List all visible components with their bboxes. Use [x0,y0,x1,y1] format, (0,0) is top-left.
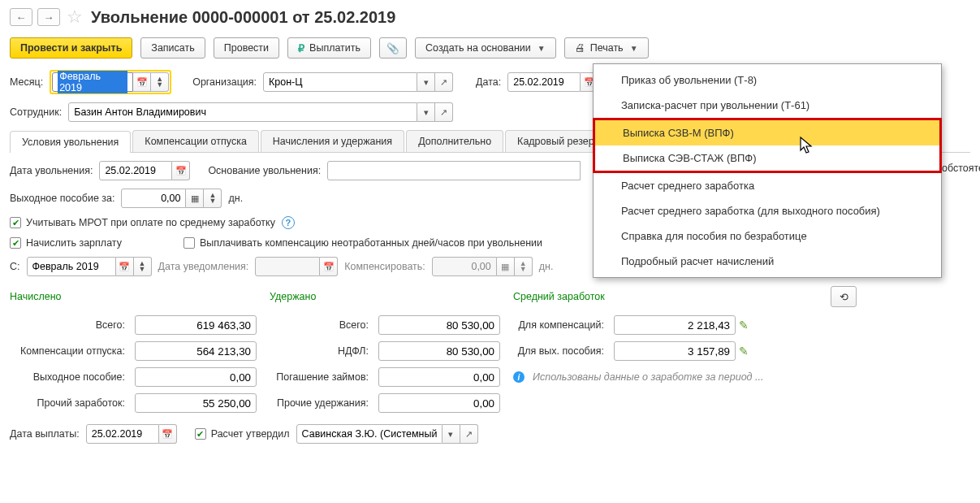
create-based-on-button[interactable]: Создать на основании ▼ [415,37,556,59]
calc-icon[interactable]: ▦ [186,189,204,208]
chevron-down-icon: ▼ [630,44,638,53]
from-spinner[interactable]: ▲▼ [134,257,152,276]
calendar-icon[interactable]: 📅 [159,424,177,444]
avg-comp[interactable] [614,315,736,335]
employee-input[interactable] [68,102,417,122]
approver-input[interactable] [296,424,443,444]
checkbox-checked-icon: ✔ [10,217,21,228]
date-label: Дата: [476,76,501,88]
fire-date-label: Дата увольнения: [10,165,93,176]
withheld-ndfl-label: НДФЛ: [270,345,375,357]
run-and-close-button[interactable]: Провести и закрыть [10,37,132,59]
pay-button[interactable]: ₽ Выплатить [287,37,371,59]
tab-additional[interactable]: Дополнительно [406,130,503,152]
print-item-avg-calc[interactable]: Расчет среднего заработка [594,173,941,198]
avg-sev[interactable] [614,341,736,361]
tab-vacation-comp[interactable]: Компенсации отпуска [132,130,258,152]
approved-checkbox[interactable]: ✔ Расчет утвердил [195,428,290,440]
paperclip-icon: 📎 [386,42,399,54]
accrued-sev[interactable] [135,367,257,387]
accrued-title: Начислено [10,291,62,302]
money-icon: ₽ [298,42,304,54]
accrued-oth[interactable] [135,393,257,413]
cut-off-text: обстоятел [942,163,980,174]
accrued-total[interactable] [135,315,257,335]
print-item-t61[interactable]: Записка-расчет при увольнении (Т-61) [594,93,941,118]
withheld-oth-label: Прочие удержания: [270,397,375,409]
run-button[interactable]: Провести [214,37,279,59]
pay-compensation-checkbox[interactable]: Выплачивать компенсацию неотработанных д… [183,237,542,249]
accrue-salary-checkbox[interactable]: ✔ Начислить зарплату [10,237,122,249]
forward-button[interactable]: → [37,8,60,26]
compensate-input [432,257,497,276]
pencil-icon[interactable]: ✎ [739,319,749,332]
help-icon[interactable]: ? [282,216,295,229]
severance-days-input[interactable] [121,189,186,208]
accrued-vac-label: Компенсации отпуска: [10,345,132,357]
compensate-spinner: ▲▼ [515,257,533,276]
month-field-highlight: Февраль 2019 📅 ▲▼ [50,70,171,94]
basis-input[interactable] [327,161,581,180]
checkbox-checked-icon: ✔ [195,428,206,440]
calendar-icon: 📅 [320,257,338,276]
calendar-icon[interactable]: 📅 [133,72,151,92]
paydate-input[interactable] [86,424,159,444]
org-input[interactable] [263,72,417,92]
print-item-t8[interactable]: Приказ об увольнении (Т-8) [594,67,941,93]
favorite-star-icon[interactable]: ☆ [67,7,83,28]
from-label: С: [10,261,20,272]
page-title: Увольнение 0000-000001 от 25.02.2019 [91,8,395,27]
paydate-label: Дата выплаты: [10,428,80,440]
compensate-label: Компенсировать: [344,261,425,272]
withheld-oth[interactable] [378,393,500,413]
open-ref-icon[interactable]: ↗ [460,424,478,444]
withheld-ndfl[interactable] [378,341,500,361]
back-button[interactable]: ← [10,8,32,26]
approved-label: Расчет утвердил [211,428,290,440]
accrued-vac[interactable] [135,341,257,361]
refresh-icon: ⟲ [840,291,848,303]
severance-spinner[interactable]: ▲▼ [204,189,222,208]
avg-info-text: Использованы данные о заработке за перио… [533,371,763,383]
withheld-loan[interactable] [378,367,500,387]
month-input[interactable]: Февраль 2019 [52,72,133,92]
create-based-label: Создать на основании [425,42,531,54]
print-button[interactable]: 🖨 Печать ▼ [564,37,649,59]
print-item-avg-calc-sev[interactable]: Расчет среднего заработка (для выходного… [594,198,941,223]
org-label: Организация: [192,76,257,88]
write-button[interactable]: Записать [140,37,205,59]
pencil-icon[interactable]: ✎ [739,345,749,358]
accrued-oth-label: Прочий заработок: [10,397,132,409]
employee-label: Сотрудник: [10,106,62,118]
open-ref-icon[interactable]: ↗ [435,72,453,92]
dropdown-icon[interactable]: ▾ [443,424,460,444]
tab-accruals[interactable]: Начисления и удержания [261,130,404,152]
attach-button[interactable]: 📎 [379,37,407,59]
calendar-icon[interactable]: 📅 [116,257,134,276]
calendar-icon[interactable]: 📅 [172,161,190,180]
pay-button-label: Выплатить [309,42,360,54]
open-ref-icon[interactable]: ↗ [435,102,453,122]
month-spinner[interactable]: ▲▼ [151,72,169,92]
tab-conditions[interactable]: Условия увольнения [10,131,131,153]
mrot-checkbox[interactable]: ✔ Учитывать МРОТ при оплате по среднему … [10,217,275,228]
dropdown-icon[interactable]: ▾ [417,102,435,122]
withheld-total-label: Всего: [270,319,375,331]
accrued-total-label: Всего: [10,319,132,331]
severance-unit: дн. [228,193,243,204]
mrot-label: Учитывать МРОТ при оплате по среднему за… [26,217,275,228]
notify-date-label: Дата уведомления: [158,261,249,272]
print-item-detailed[interactable]: Подробный расчет начислений [594,249,941,274]
print-label: Печать [590,42,624,54]
chevron-down-icon: ▼ [537,44,546,53]
refresh-button[interactable]: ⟲ [831,286,857,307]
print-item-szv-staj[interactable]: Выписка СЭВ-СТАЖ (ВПФ) [595,145,939,171]
from-month-input[interactable] [27,257,116,276]
print-item-unemp-cert[interactable]: Справка для пособия по безработице [594,223,941,249]
print-item-szvm[interactable]: Выписка СЗВ-М (ВПФ) [595,120,939,145]
withheld-total[interactable] [378,315,500,335]
severance-label: Выходное пособие за: [10,193,114,204]
date-input[interactable] [507,72,581,92]
dropdown-icon[interactable]: ▾ [417,72,435,92]
fire-date-input[interactable] [99,161,172,180]
